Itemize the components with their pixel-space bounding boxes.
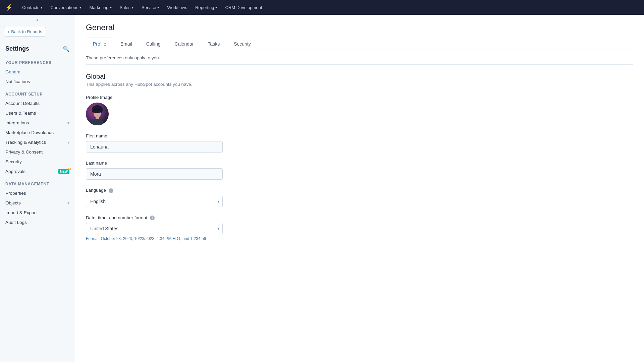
nav-conversations[interactable]: Conversations ▾	[50, 5, 81, 10]
tab-profile[interactable]: Profile	[86, 38, 113, 50]
tab-calling[interactable]: Calling	[139, 38, 168, 50]
chevron-down-icon: ▾	[110, 6, 112, 9]
sidebar-item-privacy-consent[interactable]: Privacy & Consent	[0, 147, 75, 157]
sidebar-item-tracking-analytics[interactable]: Tracking & Analytics ▾	[0, 137, 75, 147]
sidebar-section-account-setup: Account Setup	[0, 86, 75, 99]
last-name-field: Last name	[86, 161, 633, 180]
chevron-down-icon: ▾	[67, 121, 69, 125]
chevron-down-icon: ▾	[67, 201, 69, 205]
sidebar-item-properties[interactable]: Properties	[0, 188, 75, 198]
language-field: Language i English Spanish French German…	[86, 188, 633, 207]
date-format-label: Date, time, and number format i	[86, 215, 633, 221]
date-format-field: Date, time, and number format i United S…	[86, 215, 633, 241]
nav-sales[interactable]: Sales ▾	[120, 5, 134, 10]
sidebar-item-notifications[interactable]: Notifications	[0, 77, 75, 86]
page-title: General	[86, 15, 633, 38]
arrow-left-icon: ‹	[8, 29, 9, 34]
format-hint-text: Format: October 23, 2023, 10/23/2023, 4:…	[86, 236, 633, 241]
tab-security[interactable]: Security	[227, 38, 258, 50]
date-format-select-wrapper: United States United Kingdom Canada Aust…	[86, 223, 223, 234]
nav-workflows[interactable]: Workflows	[167, 5, 187, 10]
top-navigation: ⚡ Contacts ▾ Conversations ▾ Marketing ▾…	[0, 0, 644, 15]
chevron-down-icon: ▾	[215, 6, 217, 9]
new-badge: NEW ★	[58, 169, 69, 174]
global-section-description: This applies across any HubSpot accounts…	[86, 82, 633, 87]
profile-image[interactable]	[86, 103, 109, 125]
global-section-title: Global	[86, 73, 633, 80]
sidebar: ▲ ‹ Back to Reports Settings 🔍 Your Pref…	[0, 15, 75, 362]
profile-image-label: Profile Image	[86, 95, 633, 100]
language-select-wrapper: English Spanish French German Portuguese…	[86, 196, 223, 207]
nav-reporting[interactable]: Reporting ▾	[195, 5, 217, 10]
tab-email[interactable]: Email	[113, 38, 139, 50]
sidebar-item-general[interactable]: General	[0, 67, 75, 77]
language-label: Language i	[86, 188, 633, 193]
language-hint-icon[interactable]: i	[109, 188, 113, 193]
sidebar-title: Settings	[5, 45, 29, 52]
sidebar-item-users-teams[interactable]: Users & Teams	[0, 108, 75, 118]
sidebar-item-audit-logs[interactable]: Audit Logs	[0, 218, 75, 227]
sidebar-header: Settings 🔍	[0, 40, 75, 55]
first-name-field: First name	[86, 133, 633, 153]
last-name-label: Last name	[86, 161, 633, 166]
star-icon: ★	[68, 168, 71, 170]
chevron-down-icon: ▾	[79, 6, 81, 9]
tab-tasks[interactable]: Tasks	[201, 38, 227, 50]
nav-service[interactable]: Service ▾	[142, 5, 159, 10]
nav-crm-development[interactable]: CRM Development	[225, 5, 262, 10]
sidebar-item-marketplace-downloads[interactable]: Marketplace Downloads	[0, 128, 75, 137]
sidebar-item-import-export[interactable]: Import & Export	[0, 208, 75, 218]
sidebar-search-button[interactable]: 🔍	[63, 46, 69, 52]
first-name-input[interactable]	[86, 141, 223, 153]
nav-contacts[interactable]: Contacts ▾	[22, 5, 42, 10]
sidebar-item-account-defaults[interactable]: Account Defaults	[0, 99, 75, 108]
sidebar-section-your-preferences: Your Preferences	[0, 55, 75, 67]
chevron-down-icon: ▾	[67, 140, 69, 145]
tab-calendar[interactable]: Calendar	[168, 38, 201, 50]
first-name-label: First name	[86, 133, 633, 138]
date-format-hint-icon[interactable]: i	[150, 216, 155, 220]
chevron-down-icon: ▾	[132, 6, 133, 9]
sidebar-section-data-management: Data Management	[0, 176, 75, 188]
nav-marketing[interactable]: Marketing ▾	[89, 5, 111, 10]
date-format-select[interactable]: United States United Kingdom Canada Aust…	[86, 223, 223, 234]
tab-description: These preferences only apply to you.	[86, 50, 633, 64]
hubspot-logo-icon: ⚡	[5, 4, 13, 11]
tab-bar: Profile Email Calling Calendar Tasks Sec…	[86, 38, 633, 50]
sidebar-item-integrations[interactable]: Integrations ▾	[0, 118, 75, 128]
sidebar-item-security[interactable]: Security	[0, 157, 75, 167]
chevron-down-icon: ▾	[157, 6, 159, 9]
sidebar-item-approvals[interactable]: Approvals NEW ★	[0, 167, 75, 176]
tab-divider	[86, 64, 633, 65]
chevron-down-icon: ▾	[41, 6, 42, 9]
scroll-up-indicator: ▲	[36, 17, 40, 22]
language-select[interactable]: English Spanish French German Portuguese	[86, 196, 223, 207]
profile-image-field: Profile Image	[86, 95, 633, 125]
back-to-reports-button[interactable]: ‹ Back to Reports	[4, 27, 46, 37]
last-name-input[interactable]	[86, 168, 223, 180]
profile-avatar-svg	[86, 103, 109, 125]
sidebar-item-objects[interactable]: Objects ▾	[0, 198, 75, 208]
main-content: General Profile Email Calling Calendar T…	[75, 15, 644, 362]
